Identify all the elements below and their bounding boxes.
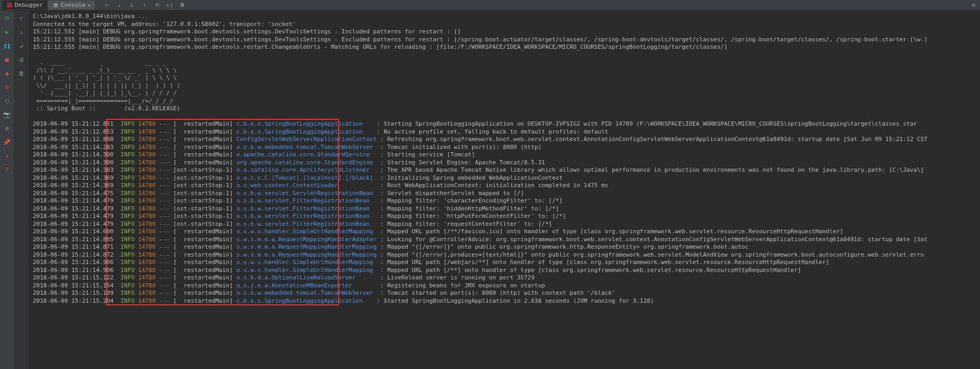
log-line: 2018-06-09 15:21:14.303 INFO 14780 --- […: [33, 166, 976, 174]
log-line: 2018-06-09 15:21:14.906 INFO 14780 --- […: [33, 259, 976, 267]
pin-icon[interactable]: 📌: [3, 138, 11, 146]
mute-breakpoints-icon[interactable]: ⊘: [3, 83, 11, 91]
console-icon: ▤: [52, 2, 59, 8]
log-line: 2018-06-09 15:21:14.283 INFO 14780 --- […: [33, 144, 976, 152]
log-line: 2018-06-09 15:21:14.369 INFO 14780 --- […: [33, 174, 976, 182]
spring-boot-version-line: :: Spring Boot :: (v2.0.2.RELEASE): [33, 105, 976, 113]
toolbar-icons-group: ↷ ↓ ⤓ ↑ ⟲ ▸| 🖩: [102, 1, 187, 10]
console-output[interactable]: C:\Java\jdk1.8.0_144\bin\java ...Connect…: [29, 11, 980, 369]
log-line: 2018-06-09 15:21:12.853 INFO 14780 --- […: [33, 128, 976, 136]
scroll-top-icon[interactable]: ↑: [17, 14, 25, 22]
evaluate-icon[interactable]: 🖩: [179, 1, 187, 10]
log-line: 2018-06-09 15:21:14.479 INFO 14780 --- […: [33, 213, 976, 221]
log-line: 2018-06-09 15:21:14.300 INFO 14780 --- […: [33, 151, 976, 159]
log-line: 2018-06-09 15:21:14.872 INFO 14780 --- […: [33, 251, 976, 259]
log-line: 2018-06-09 15:21:12.851 INFO 14780 --- […: [33, 120, 976, 128]
console-line: 15:21:12.555 [main] DEBUG org.springfram…: [33, 36, 976, 44]
console-line: 15:21:12.555 [main] DEBUG org.springfram…: [33, 43, 976, 51]
log-line: 2018-06-09 15:21:14.805 INFO 14780 --- […: [33, 236, 976, 244]
console-line: Connected to the target VM, address: '12…: [33, 21, 976, 29]
log-line: 2018-06-09 15:21:14.906 INFO 14780 --- […: [33, 267, 976, 275]
debug-gutter: ⟳ ▶ ❚❚ ■ ◉ ⊘ ▢ 📷 ⚙ 📌 ✕ ?: [0, 11, 14, 369]
main-area: ⟳ ▶ ❚❚ ■ ◉ ⊘ ▢ 📷 ⚙ 📌 ✕ ? ↑ ↓ ↲ 🖨 🗑 C:\Ja…: [0, 11, 980, 369]
clear-icon[interactable]: 🗑: [17, 69, 25, 77]
log-line: 2018-06-09 15:21:15.122 INFO 14780 --- […: [33, 274, 976, 282]
print-icon[interactable]: 🖨: [17, 55, 25, 64]
console-line: 15:21:12.552 [main] DEBUG org.springfram…: [33, 28, 976, 36]
log-line: 2018-06-09 15:21:15.199 INFO 14780 --- […: [33, 289, 976, 297]
camera-icon[interactable]: 📷: [3, 110, 11, 119]
debugger-icon: 🐞: [6, 2, 13, 8]
step-into-icon[interactable]: ↓: [115, 1, 123, 10]
stop-icon[interactable]: ■: [3, 55, 11, 64]
gear-icon[interactable]: ⚙: [969, 1, 978, 10]
force-step-into-icon[interactable]: ⤓: [128, 1, 136, 10]
log-line: 2018-06-09 15:21:14.475 INFO 14780 --- […: [33, 190, 976, 198]
scroll-bottom-icon[interactable]: ↓: [17, 28, 25, 36]
dropdown-icon[interactable]: ▾: [87, 3, 90, 8]
step-over-icon[interactable]: ↷: [102, 1, 111, 10]
tab-label: Debugger: [15, 2, 43, 8]
close-icon[interactable]: ✕: [3, 152, 11, 160]
log-line: 2018-06-09 15:21:14.300 INFO 14780 --- […: [33, 159, 976, 167]
log-line: 2018-06-09 15:21:15.154 INFO 14780 --- […: [33, 282, 976, 290]
tab-console[interactable]: ▤ Console ▾: [48, 1, 95, 10]
help-icon[interactable]: ?: [3, 165, 11, 174]
log-line: 2018-06-09 15:21:14.479 INFO 14780 --- […: [33, 221, 976, 229]
run-to-cursor-icon[interactable]: ▸|: [166, 1, 174, 10]
top-toolbar: 🐞 Debugger ▤ Console ▾ ↷ ↓ ⤓ ↑ ⟲ ▸| 🖩 ⚙: [0, 0, 980, 11]
spring-ascii-art: . ____ _ __ _ _ /\\ / ___'_ __ _ _(_)_ _…: [33, 59, 976, 105]
log-line: 2018-06-09 15:21:14.871 INFO 14780 --- […: [33, 243, 976, 251]
rerun-icon[interactable]: ⟳: [3, 14, 11, 22]
drop-frame-icon[interactable]: ⟲: [153, 1, 162, 10]
step-out-icon[interactable]: ↑: [140, 1, 149, 10]
log-line: 2018-06-09 15:21:14.479 INFO 14780 --- […: [33, 197, 976, 205]
soft-wrap-icon[interactable]: ↲: [17, 41, 25, 50]
log-line: 2018-06-09 15:21:12.898 INFO 14780 --- […: [33, 136, 976, 144]
tab-debugger[interactable]: 🐞 Debugger: [2, 1, 47, 10]
settings-icon[interactable]: ⚙: [3, 124, 11, 133]
log-line: 2018-06-09 15:21:14.600 INFO 14780 --- […: [33, 228, 976, 236]
resume-icon[interactable]: ▶: [3, 28, 11, 36]
console-line: C:\Java\jdk1.8.0_144\bin\java ...: [33, 13, 976, 21]
tab-label: Console: [61, 2, 85, 8]
breakpoints-icon[interactable]: ◉: [3, 69, 11, 77]
console-gutter: ↑ ↓ ↲ 🖨 🗑: [14, 11, 29, 369]
log-line: 2018-06-09 15:21:14.479 INFO 14780 --- […: [33, 205, 976, 213]
pause-icon[interactable]: ❚❚: [3, 41, 11, 50]
layout-icon[interactable]: ▢: [3, 96, 11, 105]
log-line: 2018-06-09 15:21:15.204 INFO 14780 --- […: [33, 297, 976, 305]
log-line: 2018-06-09 15:21:14.369 INFO 14780 --- […: [33, 182, 976, 190]
